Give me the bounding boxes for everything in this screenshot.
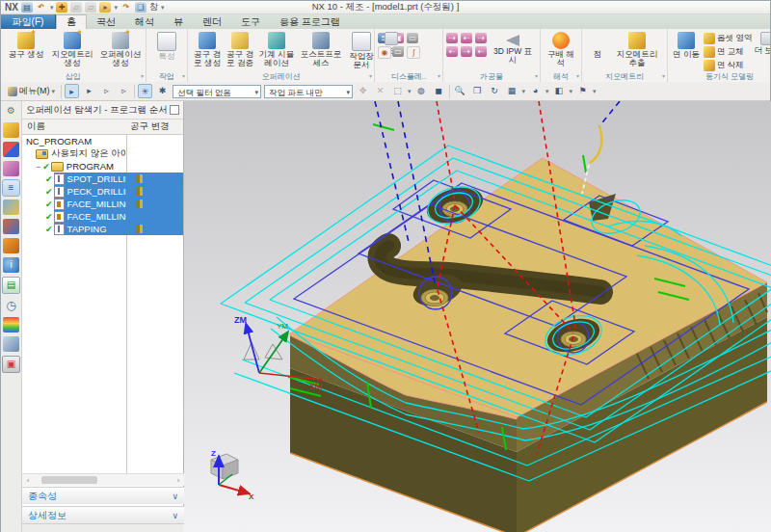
render-style-icon[interactable]: ◕ bbox=[528, 84, 543, 98]
reuse-library-icon[interactable] bbox=[3, 200, 19, 215]
group-label-analysis[interactable]: 해석 bbox=[541, 71, 581, 82]
circle-dot-icon[interactable]: ◉ bbox=[378, 46, 391, 59]
tree-expander-icon[interactable]: − bbox=[36, 162, 40, 172]
shaded-sphere-icon[interactable]: ◍ bbox=[414, 84, 429, 98]
paste-icon[interactable]: ✚ bbox=[56, 2, 67, 13]
settings-gear-icon[interactable]: ⚙ bbox=[3, 103, 19, 119]
select-any-icon[interactable]: ▸ bbox=[65, 84, 79, 98]
point-button[interactable]: 점 bbox=[585, 31, 610, 59]
offset-region-button[interactable]: 옵셋 영역 bbox=[704, 32, 752, 44]
selection-scope-dropdown[interactable]: 작업 파트 내만 bbox=[264, 85, 353, 98]
zoom-window-icon[interactable]: ❒ bbox=[470, 84, 485, 98]
tree-row[interactable]: −✔PROGRAM bbox=[22, 160, 183, 173]
view-triad[interactable]: Z X bbox=[211, 449, 254, 501]
tool-library-icon[interactable] bbox=[3, 122, 19, 138]
snap-end-icon[interactable]: ✱ bbox=[155, 84, 170, 98]
tree-row[interactable]: ✔PECK_DRILLING bbox=[22, 185, 183, 198]
undo-dropdown-arrow-icon[interactable]: ▾ bbox=[50, 4, 54, 12]
column-header-name[interactable]: 이름 bbox=[22, 120, 126, 133]
window-menu-button[interactable]: 창 bbox=[149, 1, 158, 13]
workpiece-arrow1-icon[interactable]: ⇢ bbox=[446, 33, 458, 43]
tree-row[interactable]: 사용되지 않은 아이템 bbox=[22, 147, 183, 160]
dependencies-panel-bar[interactable]: 종속성∨ bbox=[22, 487, 184, 504]
tree-row[interactable]: NC_PROGRAM bbox=[22, 135, 183, 147]
workpiece-arrow6-icon[interactable]: ⇠ bbox=[475, 46, 487, 57]
scroll-right-icon[interactable]: › bbox=[173, 476, 184, 485]
view-layout-icon[interactable]: ▦ bbox=[505, 84, 519, 98]
window-dropdown-arrow-icon[interactable]: ▾ bbox=[161, 4, 165, 12]
scroll-left-icon[interactable]: ‹ bbox=[22, 476, 34, 485]
web-browser-icon[interactable]: i bbox=[3, 257, 19, 273]
tab-tools[interactable]: 도구 bbox=[231, 14, 270, 29]
verify-toolpath-button[interactable]: 공구 경로 검증 bbox=[224, 31, 256, 67]
scrollbar-thumb[interactable] bbox=[41, 476, 97, 484]
machine-display-icon[interactable]: ▭ bbox=[407, 33, 418, 43]
measure-icon[interactable] bbox=[3, 336, 19, 352]
orient-view-icon[interactable]: ◧ bbox=[552, 84, 567, 98]
group-label-operation[interactable]: 오퍼레이션 bbox=[188, 71, 374, 82]
replace-face-button[interactable]: 면 교체 bbox=[704, 45, 752, 58]
machine-display2-icon[interactable]: ▭ bbox=[392, 46, 404, 57]
synchronous-more-button[interactable]: 더 보기 bbox=[754, 31, 770, 55]
open-icon[interactable]: ▸ bbox=[99, 2, 111, 13]
menu-button[interactable]: 메뉴(M)▾ bbox=[5, 84, 58, 98]
tree-row[interactable]: ✔FACE_MILLING bbox=[22, 198, 183, 210]
tab-render[interactable]: 렌더 bbox=[193, 14, 231, 29]
selection-filter-dropdown[interactable]: 선택 필터 없음 bbox=[173, 85, 261, 98]
undo-icon[interactable]: ↶ bbox=[36, 2, 47, 13]
group-label-display[interactable]: 디스플레.. bbox=[375, 71, 442, 82]
extract-geometry-button[interactable]: 지오메트리 추출 bbox=[612, 31, 662, 67]
tab-curve[interactable]: 곡선 bbox=[87, 14, 125, 29]
create-geometry-button[interactable]: 지오메트리 생성 bbox=[50, 31, 94, 67]
tree-row[interactable]: ✔TAPPING bbox=[22, 223, 183, 235]
tree-row[interactable]: ✔FACE_MILLING_1 bbox=[22, 210, 183, 223]
solid-cube-icon[interactable]: ◼ bbox=[432, 84, 446, 98]
palette-icon[interactable] bbox=[3, 317, 19, 332]
workpiece-arrow3-icon[interactable]: ⇢ bbox=[475, 33, 487, 43]
shop-doc-button[interactable]: 작업장 문서 bbox=[345, 31, 378, 69]
machine-tool-navigator-icon[interactable] bbox=[3, 142, 19, 157]
create-tool-button[interactable]: 공구 생성 bbox=[4, 31, 48, 59]
create-operation-button[interactable]: 오퍼레이션 생성 bbox=[96, 31, 145, 67]
show-3d-ipw-button[interactable]: 3D IPW 표시 bbox=[491, 31, 535, 65]
generate-toolpath-button[interactable]: 공구 경로 생성 bbox=[191, 31, 224, 67]
window-icon[interactable]: ❑ bbox=[135, 2, 146, 13]
draft-analysis-button[interactable]: 구배 해석 bbox=[544, 31, 578, 67]
delete-face-button[interactable]: 면 삭제 bbox=[704, 59, 752, 71]
rotate-view-icon[interactable]: ↻ bbox=[488, 84, 502, 98]
touch-window-icon[interactable]: ▣ bbox=[2, 356, 20, 373]
move-face-button[interactable]: 면 이동 bbox=[671, 31, 702, 59]
group-label-synchronous[interactable]: 동기식 모델링 bbox=[668, 71, 770, 82]
tab-home[interactable]: 홈 bbox=[56, 14, 87, 29]
select-face-icon[interactable]: ▹ bbox=[99, 84, 114, 98]
horizontal-scrollbar[interactable]: ‹ › bbox=[22, 473, 184, 486]
rectangle-select-icon[interactable]: ⬚ bbox=[390, 84, 405, 98]
hd3d-tools-icon[interactable] bbox=[3, 219, 19, 234]
workpiece-arrow2-icon[interactable]: ⇠ bbox=[461, 33, 472, 43]
spline-icon[interactable]: ∫ bbox=[407, 46, 420, 59]
group-label-insert[interactable]: 삽입 bbox=[1, 71, 146, 82]
select-edge-icon[interactable]: ▹ bbox=[117, 84, 131, 98]
3d-viewport[interactable]: ZM YM XM Z X bbox=[184, 101, 771, 532]
fit-view-icon[interactable]: 🔍 bbox=[453, 84, 467, 98]
machine-simulation-button[interactable]: 기계 시뮬레이션 bbox=[256, 31, 297, 67]
tree-row[interactable]: ✔SPOT_DRILLING bbox=[22, 173, 183, 185]
group-label-geometry[interactable]: 지오메트리 bbox=[582, 71, 667, 82]
postprocess-button[interactable]: 포스트프로세스 bbox=[297, 31, 345, 67]
open-dropdown-arrow-icon[interactable]: ▾ bbox=[114, 4, 118, 12]
process-navigator-icon[interactable] bbox=[3, 161, 19, 176]
snap-point-icon[interactable]: ✳ bbox=[138, 84, 152, 98]
repeat-icon[interactable]: ↷ bbox=[120, 2, 132, 13]
undock-panel-icon[interactable] bbox=[170, 105, 179, 115]
tab-view[interactable]: 뷰 bbox=[164, 14, 193, 29]
workpiece-arrow4-icon[interactable]: ⇠ bbox=[446, 46, 458, 57]
file-menu-button[interactable]: 파일(F) bbox=[1, 14, 56, 29]
column-header-tool-change[interactable]: 공구 변경 bbox=[126, 120, 170, 133]
tab-analysis[interactable]: 해석 bbox=[125, 14, 164, 29]
select-feature-icon[interactable]: ▸ bbox=[82, 84, 96, 98]
tab-application[interactable]: 응용 프로그램 bbox=[270, 14, 350, 29]
group-label-workpiece[interactable]: 가공물 bbox=[443, 71, 540, 82]
save-icon[interactable]: ▤ bbox=[21, 2, 33, 13]
workpiece-arrow5-icon[interactable]: ⇢ bbox=[461, 46, 472, 57]
library-icon[interactable] bbox=[3, 238, 19, 253]
